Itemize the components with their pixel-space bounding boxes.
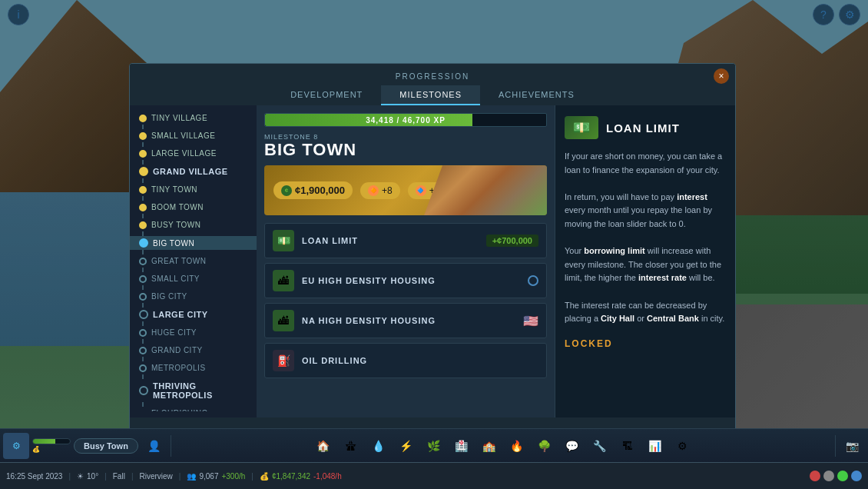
modal-title: PROGRESSION bbox=[396, 72, 469, 81]
bonus1-value: +8 bbox=[382, 185, 393, 196]
sep4: | bbox=[179, 472, 181, 481]
eu-housing-label: EU HIGH DENSITY HOUSING bbox=[302, 276, 520, 285]
loan-limit-label: LOAN LIMIT bbox=[302, 236, 479, 245]
milestone-item-tiny-village[interactable]: TINY VILLAGE bbox=[130, 111, 257, 125]
status-dot-gray[interactable] bbox=[823, 471, 834, 481]
milestone-item-flourishing-metropolis[interactable]: FLOURISHING METROPOLIS bbox=[130, 407, 257, 411]
status-dots bbox=[810, 471, 862, 481]
money-change: -1,048/h bbox=[313, 472, 342, 481]
milestone-item-big-city[interactable]: BIG CITY bbox=[130, 290, 257, 303]
milestone-dot bbox=[139, 150, 147, 158]
milestone-dot bbox=[139, 275, 147, 283]
milestone-item-grand-city[interactable]: GRAND CITY bbox=[130, 344, 257, 357]
milestone-item-busy-town[interactable]: BUSY TOWN bbox=[130, 218, 257, 231]
sep2: | bbox=[104, 472, 107, 481]
toolbar-icon-settings[interactable]: ⚙ bbox=[670, 433, 696, 459]
bonus1-icon: 🔶 bbox=[368, 185, 379, 196]
datetime-text: 16:25 Sept 2023 bbox=[6, 472, 62, 481]
milestone-item-large-city[interactable]: LARGE CITY bbox=[130, 308, 257, 321]
toolbar-icon-nature[interactable]: 🌿 bbox=[421, 433, 447, 459]
reward-na-housing[interactable]: 🏙 NA HIGH DENSITY HOUSING 🇺🇸 bbox=[264, 303, 547, 338]
reward-eu-housing[interactable]: 🏙 EU HIGH DENSITY HOUSING bbox=[264, 263, 547, 298]
toolbar-icon-water[interactable]: 💧 bbox=[366, 433, 392, 459]
city-name-item: Riverview bbox=[139, 472, 172, 481]
toolbar-icon-build[interactable]: 🏗 bbox=[615, 433, 641, 459]
city-name-text: Riverview bbox=[139, 472, 172, 481]
tab-development[interactable]: DEVELOPMENT bbox=[272, 85, 381, 105]
toolbar-person-icon[interactable]: 👤 bbox=[141, 433, 167, 459]
milestone-dot bbox=[139, 364, 147, 372]
milestone-item-metropolis[interactable]: METROPOLIS bbox=[130, 361, 257, 374]
toolbar-separator bbox=[171, 435, 171, 457]
loan-limit-badge: +¢700,000 bbox=[486, 235, 538, 247]
population-icon: 👥 bbox=[187, 472, 196, 481]
reward-loan-limit[interactable]: 💵 LOAN LIMIT +¢700,000 bbox=[264, 223, 547, 258]
milestone-name: BIG TOWN bbox=[264, 141, 547, 159]
toolbar-camera-icon[interactable]: 📷 bbox=[839, 433, 865, 459]
milestones-list: TINY VILLAGE SMALL VILLAGE LARGE VILLAGE… bbox=[130, 105, 257, 417]
status-dot-blue[interactable] bbox=[851, 471, 862, 481]
toolbar-xp-fill bbox=[33, 439, 55, 444]
detail-title: LOAN LIMIT bbox=[606, 121, 680, 135]
milestone-item-boom-town[interactable]: BOOM TOWN bbox=[130, 201, 257, 214]
toolbar-icon-edu[interactable]: 🏫 bbox=[476, 433, 502, 459]
milestone-item-grand-village[interactable]: GRAND VILLAGE bbox=[130, 165, 257, 178]
eu-housing-circle bbox=[528, 275, 538, 286]
eu-housing-icon: 🏙 bbox=[273, 270, 294, 291]
toolbar-icon-stats[interactable]: 📊 bbox=[642, 433, 668, 459]
milestone-item-large-village[interactable]: LARGE VILLAGE bbox=[130, 147, 257, 160]
milestone-dot bbox=[139, 204, 147, 211]
locked-badge: LOCKED bbox=[565, 338, 726, 349]
toolbar-xp-bar bbox=[32, 438, 71, 444]
toolbar-icon-fire[interactable]: 🔥 bbox=[504, 433, 530, 459]
bonus2-icon: 🔷 bbox=[416, 185, 426, 196]
close-button[interactable]: × bbox=[714, 68, 729, 84]
xp-money-block: 💰 bbox=[32, 438, 71, 453]
reward-oil-drilling[interactable]: ⛽ OIL DRILLING bbox=[264, 343, 547, 378]
weather-item: ☀ 10° bbox=[77, 472, 98, 481]
taskbar: 16:25 Sept 2023 | ☀ 10° | Fall | Rivervi… bbox=[0, 462, 868, 489]
modal-header: PROGRESSION × bbox=[130, 64, 735, 82]
milestone-dot-large bbox=[139, 386, 148, 395]
oil-drilling-icon: ⛽ bbox=[273, 350, 294, 371]
na-housing-icon: 🏙 bbox=[273, 310, 294, 331]
milestone-dot bbox=[139, 132, 147, 140]
tab-achievements[interactable]: ACHIEVEMENTS bbox=[480, 85, 593, 105]
temperature: 10° bbox=[87, 472, 98, 481]
milestone-item-big-town[interactable]: BIG TOWN bbox=[130, 236, 257, 250]
sep5: | bbox=[251, 472, 253, 481]
season-text: Fall bbox=[113, 472, 125, 481]
status-dot-green[interactable] bbox=[837, 471, 848, 481]
milestone-item-tiny-town[interactable]: TINY TOWN bbox=[130, 183, 257, 196]
toolbar-icon-park[interactable]: 🌳 bbox=[532, 433, 558, 459]
sep3: | bbox=[131, 472, 134, 481]
milestone-dot-active bbox=[139, 238, 148, 248]
milestones-scroll[interactable]: TINY VILLAGE SMALL VILLAGE LARGE VILLAGE… bbox=[130, 111, 257, 411]
milestone-dot bbox=[139, 347, 147, 354]
tabs-container: DEVELOPMENT MILESTONES ACHIEVEMENTS bbox=[130, 82, 735, 105]
milestone-item-small-city[interactable]: SMALL CITY bbox=[130, 272, 257, 285]
toolbar-icon-road[interactable]: 🛣 bbox=[338, 433, 364, 459]
banner-bonus-1: 🔶 +8 bbox=[360, 182, 400, 199]
milestone-item-small-village[interactable]: SMALL VILLAGE bbox=[130, 129, 257, 142]
toolbar-icon-health[interactable]: 🏥 bbox=[449, 433, 475, 459]
toolbar-menu-icon[interactable]: ⚙ bbox=[3, 433, 29, 459]
toolbar-icon-home[interactable]: 🏠 bbox=[310, 433, 336, 459]
population-change: +300/h bbox=[221, 472, 245, 481]
tab-milestones[interactable]: MILESTONES bbox=[381, 85, 480, 105]
milestone-item-huge-city[interactable]: HUGE CITY bbox=[130, 326, 257, 339]
toolbar-center: 🏠 🛣 💧 ⚡ 🌿 🏥 🏫 🔥 🌳 💬 🔧 🏗 📊 ⚙ bbox=[174, 433, 832, 459]
population-item: 👥 9,067 +300/h bbox=[187, 472, 245, 481]
datetime-display: 16:25 Sept 2023 bbox=[6, 472, 62, 481]
milestone-dot bbox=[139, 186, 147, 194]
toolbar-icon-tools[interactable]: 🔧 bbox=[587, 433, 613, 459]
toolbar-icon-power[interactable]: ⚡ bbox=[393, 433, 419, 459]
season-item: Fall bbox=[113, 472, 125, 481]
money-icon: 💰 bbox=[260, 472, 269, 481]
milestone-dot bbox=[139, 221, 147, 229]
milestone-item-thriving-metropolis[interactable]: THRIVING METROPOLIS bbox=[130, 379, 257, 402]
milestone-item-great-town[interactable]: GREAT TOWN bbox=[130, 254, 257, 268]
toolbar-icon-chat[interactable]: 💬 bbox=[559, 433, 585, 459]
status-dot-red[interactable] bbox=[810, 471, 820, 481]
loan-limit-icon: 💵 bbox=[273, 230, 294, 251]
